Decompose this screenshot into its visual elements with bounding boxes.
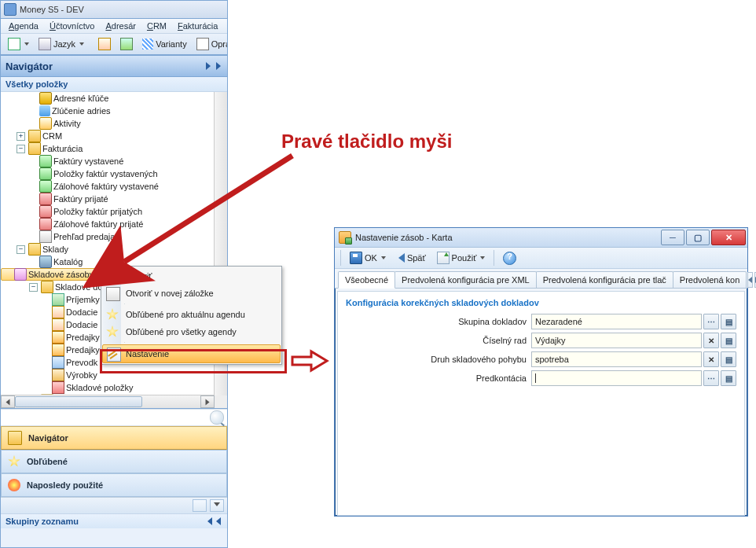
groups-header[interactable]: Skupiny zoznamu xyxy=(1,513,227,528)
expander-icon[interactable]: + xyxy=(17,132,25,141)
toolbar-paste-button[interactable] xyxy=(116,35,137,53)
field-detail-button[interactable]: ▤ xyxy=(721,314,736,329)
tab-scroll-left[interactable] xyxy=(747,272,753,288)
close-button[interactable]: ✕ xyxy=(711,230,746,245)
tab-xml[interactable]: Predvolená konfigurácia pre XML xyxy=(395,271,537,288)
tab-tlac[interactable]: Predvolená konfigurácia pre tlač xyxy=(536,271,673,288)
tree-item-label: Adresné kľúče xyxy=(53,94,108,103)
invoice-items-icon xyxy=(39,167,52,180)
toolbar-lang-button[interactable]: Jazyk xyxy=(35,35,88,53)
annotation-red-box xyxy=(100,349,287,373)
tree-item-label: Zálohové faktúry prijaté xyxy=(53,219,143,229)
varianty-icon xyxy=(142,39,153,50)
dialog-nastavenie-zasob: Nastavenie zásob - Karta ─ ▢ ✕ OK Späť P… xyxy=(334,227,748,517)
stock-items-icon xyxy=(52,381,64,394)
nav-section-naposledy[interactable]: Naposledy použité xyxy=(1,473,227,497)
menu-crm[interactable]: CRM xyxy=(147,21,167,31)
menu-agenda[interactable]: Agenda xyxy=(9,21,39,31)
navigator-all-items-header[interactable]: Všetky položky xyxy=(1,77,227,92)
open-icon xyxy=(106,270,120,284)
field-row-skupina-dokladov: Skupina dokladov Nezaradené ⋯ ▤ xyxy=(346,314,736,329)
field-detail-button[interactable]: ▤ xyxy=(721,333,736,348)
tree-item-label: Predajky xyxy=(66,345,100,355)
nav-section-navigator[interactable]: Navigátor xyxy=(1,426,227,450)
field-clear-button[interactable]: ✕ xyxy=(703,333,719,348)
dialog-title: Nastavenie zásob - Karta xyxy=(355,233,453,242)
delivery-note-icon xyxy=(52,306,64,318)
search-button[interactable] xyxy=(210,410,224,425)
menubar: Agenda Účtovníctvo Adresár CRM Fakturáci… xyxy=(1,19,227,34)
maximize-button[interactable]: ▢ xyxy=(686,230,710,245)
folder-icon xyxy=(28,243,41,256)
chevron-left-icon xyxy=(206,62,211,70)
report-icon xyxy=(39,230,52,243)
sale-icon xyxy=(52,331,64,344)
chevron-left-icon xyxy=(216,62,221,70)
field-detail-button[interactable]: ▤ xyxy=(721,370,736,386)
advance-out-icon xyxy=(39,180,52,193)
nav-mini-button-2[interactable] xyxy=(210,499,224,512)
field-label: Skupina dokladov xyxy=(346,317,531,326)
tab-kon[interactable]: Predvolená kon xyxy=(673,271,747,288)
tree-h-scrollbar[interactable] xyxy=(1,395,215,408)
context-item-fav-all[interactable]: Obľúbené pro všetky agendy xyxy=(102,323,281,340)
ok-button[interactable]: OK xyxy=(345,249,391,267)
context-separator xyxy=(124,303,125,304)
predkontacia-input[interactable] xyxy=(531,370,702,386)
dialog-titlebar[interactable]: Nastavenie zásob - Karta ─ ▢ ✕ xyxy=(335,228,747,248)
field-row-ciselny-rad: Číselný rad Výdajky ✕ ▤ xyxy=(346,333,736,348)
toolbar-varianty-button[interactable]: Varianty xyxy=(138,35,191,53)
expander-icon[interactable]: − xyxy=(29,283,38,292)
tree-item-label: Aktivity xyxy=(53,119,81,128)
field-row-druh-pohybu: Druh skladového pohybu spotreba ✕ ▤ xyxy=(346,351,736,367)
scroll-left-button[interactable] xyxy=(1,395,15,408)
tree-item-label: Výrobky xyxy=(66,370,97,380)
context-item-open-tab[interactable]: Otvoriť v novej záložke xyxy=(102,285,281,302)
menu-fakturacia[interactable]: Fakturácia xyxy=(178,21,218,31)
field-lookup-button[interactable]: ⋯ xyxy=(703,370,719,386)
toolbar-new-button[interactable] xyxy=(4,35,33,53)
tree-item-label: Prevodk xyxy=(66,358,97,367)
tree-item-label: Skladové položky xyxy=(66,383,134,392)
navigator-collapse-arrows[interactable] xyxy=(204,64,222,68)
context-item-open[interactable]: Otvoriť xyxy=(102,267,281,285)
toolbar-opravit-button[interactable]: Opraviť xyxy=(193,35,227,53)
menu-adresar[interactable]: Adresár xyxy=(105,21,136,31)
context-separator xyxy=(124,342,125,343)
tree-item-label: Sklady xyxy=(42,245,68,254)
app-title: Money S5 - DEV xyxy=(20,5,84,14)
field-label: Druh skladového pohybu xyxy=(346,355,531,364)
toolbar: Jazyk Varianty Opraviť Pri xyxy=(1,34,227,55)
hollow-arrow-icon xyxy=(291,349,330,373)
nav-mini-button-1[interactable] xyxy=(193,499,207,512)
tree-item-label: Fakturácia xyxy=(42,144,83,153)
back-button[interactable]: Späť xyxy=(392,249,431,267)
tab-vseobecne[interactable]: Všeobecné xyxy=(338,271,395,289)
ciselny-rad-input[interactable]: Výdajky xyxy=(531,333,702,348)
field-clear-button[interactable]: ✕ xyxy=(703,351,719,367)
tree-item-label: Skladové zásoby xyxy=(28,270,94,279)
field-label: Číselný rad xyxy=(346,336,531,345)
tree-item-label: Položky faktúr prijatých xyxy=(53,207,142,216)
scroll-thumb[interactable] xyxy=(15,396,142,407)
receipt-icon xyxy=(52,293,64,306)
field-lookup-button[interactable]: ⋯ xyxy=(703,314,719,329)
scroll-right-button[interactable] xyxy=(200,395,215,408)
field-detail-button[interactable]: ▤ xyxy=(721,351,736,367)
tree-item-label: Faktúry prijaté xyxy=(53,194,108,204)
expander-icon[interactable]: − xyxy=(17,245,25,254)
druh-pohybu-input[interactable]: spotreba xyxy=(531,351,702,367)
minimize-button[interactable]: ─ xyxy=(661,230,684,245)
text-caret xyxy=(535,373,536,383)
titlebar: Money S5 - DEV xyxy=(1,1,227,19)
toolbar-copy-button[interactable] xyxy=(94,35,115,53)
expander-icon[interactable]: − xyxy=(17,145,25,153)
nav-section-oblubene[interactable]: Obľúbené xyxy=(1,450,227,473)
merge-icon xyxy=(39,105,50,116)
tree-search-bar xyxy=(1,409,227,426)
use-button[interactable]: Použiť xyxy=(432,249,490,267)
context-item-fav-agenda[interactable]: Obľúbené pro aktuálnu agendu xyxy=(102,306,281,323)
skupina-dokladov-input[interactable]: Nezaradené xyxy=(531,314,702,329)
menu-uctovnictvo[interactable]: Účtovníctvo xyxy=(50,21,94,31)
help-button[interactable] xyxy=(498,249,521,267)
